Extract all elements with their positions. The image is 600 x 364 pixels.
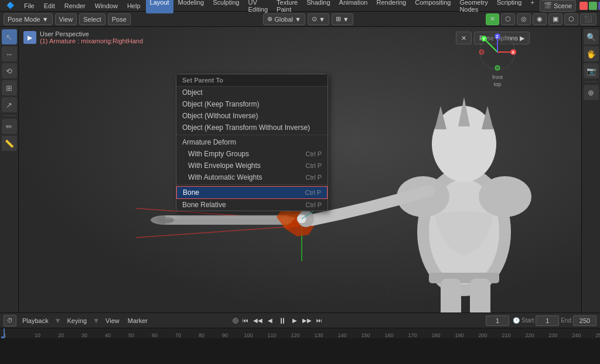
menu-render[interactable]: Render bbox=[60, 2, 90, 10]
ruler-mark-200: 200 bbox=[471, 332, 495, 338]
start-label: Start bbox=[521, 317, 534, 324]
menu-item-bone[interactable]: Bone Ctrl P bbox=[176, 186, 328, 199]
transport-next-frame[interactable]: ▶ bbox=[289, 315, 300, 326]
start-frame-field[interactable]: 1 bbox=[536, 315, 559, 326]
menu-item-with-envelope-weights[interactable]: With Envelope Weights Ctrl P bbox=[176, 160, 328, 171]
viewport-overlay-toggle[interactable]: ✕ bbox=[486, 13, 499, 25]
frame-ruler[interactable]: 1 10 20 30 40 50 60 70 80 90 100 110 120… bbox=[0, 328, 600, 338]
transport-next-keyframe[interactable]: ▶▶ bbox=[302, 315, 312, 326]
layout-compositing[interactable]: Compositing bbox=[411, 0, 455, 13]
ruler-mark-120: 120 bbox=[284, 332, 307, 338]
timeline-playback[interactable]: Playback bbox=[20, 317, 51, 324]
transport-play[interactable]: ⏸ bbox=[277, 315, 288, 326]
pivot-point[interactable]: ⊙ ▼ bbox=[308, 13, 329, 25]
current-frame-indicator bbox=[4, 328, 5, 338]
ruler-mark-50: 50 bbox=[120, 332, 143, 338]
svg-point-48 bbox=[479, 50, 484, 54]
ruler-mark-100: 100 bbox=[237, 332, 260, 338]
transport-jump-start[interactable]: ⏮ bbox=[240, 315, 251, 326]
ruler-mark-70: 70 bbox=[166, 332, 190, 338]
tool-transform[interactable]: ↗ bbox=[2, 97, 17, 112]
render-mode-icon[interactable] bbox=[589, 2, 597, 10]
tool-cursor[interactable]: ↖ bbox=[2, 29, 17, 44]
layout-geometry-nodes[interactable]: Geometry Nodes bbox=[455, 0, 492, 13]
tool-zoom[interactable]: 🔍 bbox=[584, 29, 599, 44]
viewport-shading[interactable]: ⬡ bbox=[501, 13, 515, 25]
tool-scale[interactable]: ⊞ bbox=[2, 80, 17, 95]
layout-layout[interactable]: Layout bbox=[146, 0, 173, 13]
menu-divider-2 bbox=[176, 184, 328, 185]
ruler-mark-220: 220 bbox=[518, 332, 541, 338]
layout-sculpting[interactable]: Sculpting bbox=[209, 0, 243, 13]
timeline-keying[interactable]: Keying bbox=[65, 317, 90, 324]
menu-item-bone-relative[interactable]: Bone Relative Ctrl P bbox=[176, 199, 328, 211]
menu-item-armature-deform[interactable]: Armature Deform bbox=[176, 136, 328, 148]
ruler-mark-20: 20 bbox=[49, 332, 73, 338]
end-frame-field[interactable]: 250 bbox=[573, 315, 596, 326]
tool-measure[interactable]: 📏 bbox=[2, 136, 17, 151]
view-menu[interactable]: View bbox=[55, 13, 77, 25]
tool-camera[interactable]: 📷 bbox=[584, 63, 599, 78]
transport-prev-keyframe[interactable]: ◀◀ bbox=[253, 315, 263, 326]
layout-animation[interactable]: Animation bbox=[335, 0, 372, 13]
pose-menu[interactable]: Pose bbox=[108, 13, 131, 25]
gizmo-svg[interactable]: X Y Z bbox=[477, 32, 518, 73]
ruler-mark-160: 160 bbox=[377, 332, 401, 338]
blender-logo[interactable]: 🔷 bbox=[2, 1, 19, 10]
layout-uv-editing[interactable]: UV Editing bbox=[244, 0, 272, 13]
ruler-mark-240: 240 bbox=[565, 332, 588, 338]
pose-mode-arrow: ▼ bbox=[42, 16, 49, 23]
layout-shading[interactable]: Shading bbox=[302, 0, 334, 13]
ruler-mark-110: 110 bbox=[260, 332, 284, 338]
render-engine-icon[interactable] bbox=[579, 2, 588, 10]
viewport-shading-3[interactable]: ◉ bbox=[533, 13, 547, 25]
timeline-playback-arrow: ▼ bbox=[54, 317, 62, 325]
menu-item-object-without-inverse[interactable]: Object (Without Inverse) bbox=[176, 110, 328, 122]
timeline-area-icon[interactable]: ⏱ bbox=[4, 315, 16, 327]
tool-annotate[interactable]: ✏ bbox=[2, 119, 17, 134]
menu-item-with-automatic-weights[interactable]: With Automatic Weights Ctrl P bbox=[176, 171, 328, 183]
svg-text:X: X bbox=[512, 50, 515, 55]
viewport-lock-btn[interactable]: ✕ bbox=[456, 32, 472, 44]
tool-proportional[interactable]: ⊕ bbox=[584, 85, 599, 100]
header-toolbar: Pose Mode ▼ View Select Pose ⊕ Global ▼ … bbox=[0, 12, 600, 27]
viewport-shading-6[interactable]: ⬛ bbox=[580, 13, 596, 25]
menu-window[interactable]: Window bbox=[91, 2, 122, 10]
layout-add[interactable]: + bbox=[526, 0, 538, 13]
current-frame-field[interactable]: 1 bbox=[486, 315, 509, 326]
scene-selector[interactable]: 🎬 Scene bbox=[540, 0, 576, 12]
menu-item-with-empty-groups[interactable]: With Empty Groups Ctrl P bbox=[176, 148, 328, 160]
gizmo-front-label: front bbox=[492, 74, 503, 80]
ruler-marks: 1 10 20 30 40 50 60 70 80 90 100 110 120… bbox=[1, 328, 600, 338]
transport-prev-frame[interactable]: ◀ bbox=[265, 315, 275, 326]
timeline-keyframe-dot bbox=[233, 318, 238, 324]
timeline-marker[interactable]: Marker bbox=[125, 317, 150, 324]
viewport-shading-5[interactable]: ⬡ bbox=[564, 13, 578, 25]
menu-help[interactable]: Help bbox=[123, 2, 145, 10]
tool-pan[interactable]: 🖐 bbox=[584, 46, 599, 61]
svg-text:Y: Y bbox=[482, 36, 486, 42]
menu-edit[interactable]: Edit bbox=[40, 2, 59, 10]
menu-file[interactable]: File bbox=[20, 2, 39, 10]
pose-mode-selector[interactable]: Pose Mode ▼ bbox=[4, 13, 53, 25]
transport-jump-end[interactable]: ⏭ bbox=[314, 315, 325, 326]
select-menu[interactable]: Select bbox=[79, 13, 105, 25]
viewport-shading-4[interactable]: ▣ bbox=[548, 13, 562, 25]
viewport-3d[interactable]: ↖ ↔ ⟲ ⊞ ↗ ✏ 📏 🔍 🖐 📷 ⊕ ▶ User Perspective… bbox=[0, 27, 600, 313]
tool-rotate[interactable]: ⟲ bbox=[2, 63, 17, 78]
viewport-shading-2[interactable]: ◎ bbox=[517, 13, 531, 25]
layout-texture-paint[interactable]: Texture Paint bbox=[272, 0, 302, 13]
layout-scripting[interactable]: Scripting bbox=[493, 0, 526, 13]
menu-item-object[interactable]: Object bbox=[176, 87, 328, 98]
timeline-view[interactable]: View bbox=[103, 317, 122, 324]
pivot-icon: ⊙ bbox=[312, 15, 317, 23]
left-toolbar: ↖ ↔ ⟲ ⊞ ↗ ✏ 📏 bbox=[0, 27, 19, 313]
menu-item-object-keep-transform[interactable]: Object (Keep Transform) bbox=[176, 98, 328, 110]
transform-orientation[interactable]: ⊕ Global ▼ bbox=[263, 13, 305, 25]
snapping-toggle[interactable]: ⊞ ▼ bbox=[332, 13, 353, 25]
tool-move[interactable]: ↔ bbox=[2, 46, 17, 61]
layout-rendering[interactable]: Rendering bbox=[372, 0, 410, 13]
viewport-gizmo-area: X Y Z front top bbox=[477, 32, 518, 87]
layout-modeling[interactable]: Modeling bbox=[174, 0, 209, 13]
menu-item-object-keep-transform-without-inverse[interactable]: Object (Keep Transform Without Inverse) bbox=[176, 122, 328, 133]
